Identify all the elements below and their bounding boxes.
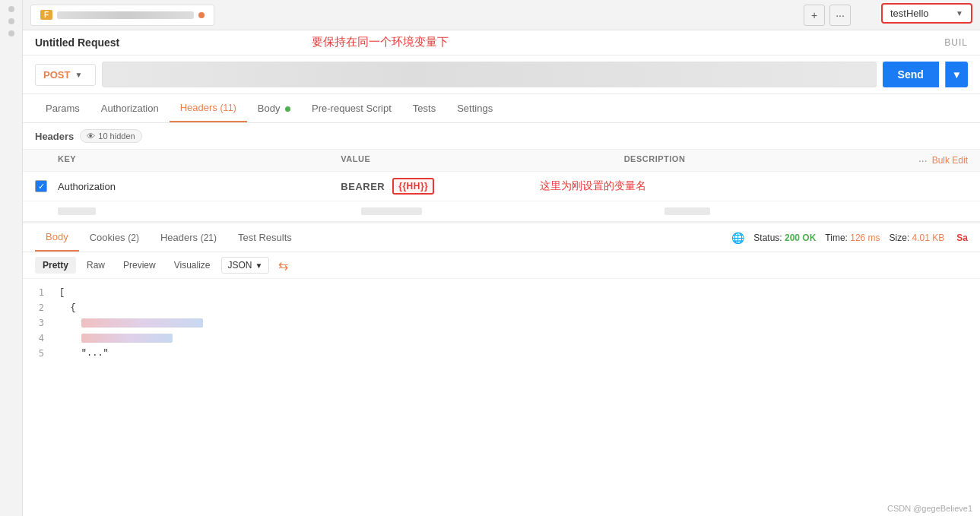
tab-headers[interactable]: Headers (11) bbox=[170, 94, 247, 122]
col-actions-header: ··· Bulk Edit bbox=[907, 154, 968, 166]
tab-unsaved-dot bbox=[198, 12, 205, 18]
build-label: BUIL bbox=[944, 37, 968, 48]
add-tab-button[interactable]: + bbox=[804, 5, 825, 26]
env-name: testHello bbox=[890, 8, 929, 19]
size-label: Size: 4.01 KB bbox=[890, 233, 945, 243]
hidden-headers-badge[interactable]: 👁 10 hidden bbox=[80, 129, 141, 143]
send-button[interactable]: Send bbox=[883, 62, 939, 87]
request-tab[interactable]: F bbox=[30, 5, 214, 26]
code-line-3 bbox=[59, 315, 974, 331]
variable-token: {{hh}} bbox=[392, 178, 434, 195]
col-key-cell: Authorization bbox=[58, 181, 341, 192]
resp-tab-headers[interactable]: Headers (21) bbox=[150, 224, 227, 251]
format-preview-btn[interactable]: Preview bbox=[116, 257, 163, 274]
headers-badge: (11) bbox=[220, 103, 236, 113]
table-header-row: KEY VALUE DESCRIPTION ··· Bulk Edit bbox=[23, 150, 980, 172]
format-raw-btn[interactable]: Raw bbox=[79, 257, 113, 274]
resp-tab-body[interactable]: Body bbox=[35, 223, 79, 252]
col-value-header: VALUE bbox=[341, 154, 623, 166]
tab-settings[interactable]: Settings bbox=[446, 95, 503, 122]
annotation-variable: 这里为刚设置的变量名 bbox=[540, 179, 646, 193]
sidebar-strip bbox=[0, 0, 23, 367]
hidden-count: 10 hidden bbox=[98, 131, 135, 141]
code-content: [ { "..." bbox=[53, 285, 980, 361]
bulk-edit-link[interactable]: Bulk Edit bbox=[932, 155, 968, 166]
method-dropdown[interactable]: POST ▼ bbox=[35, 64, 96, 86]
col-desc-2 bbox=[664, 207, 968, 215]
three-dots-icon[interactable]: ··· bbox=[918, 154, 928, 166]
sidebar-dot-2 bbox=[8, 18, 14, 24]
cookies-badge: (2) bbox=[128, 233, 139, 243]
response-bar: Body Cookies (2) Headers (21) Test Resul… bbox=[23, 222, 980, 252]
headers-section-bar: Headers 👁 10 hidden bbox=[23, 123, 980, 150]
format-visualize-btn[interactable]: Visualize bbox=[167, 257, 218, 274]
chevron-down-icon: ▼ bbox=[956, 9, 963, 17]
chevron-down-icon: ▼ bbox=[75, 71, 82, 79]
method-badge: F bbox=[40, 10, 52, 20]
request-title: Untitled Request bbox=[35, 36, 119, 49]
tab-body[interactable]: Body bbox=[247, 95, 301, 122]
format-type-label: JSON bbox=[228, 260, 252, 271]
environment-selector[interactable]: testHello ▼ bbox=[881, 3, 972, 24]
url-bar: POST ▼ Send ▼ bbox=[23, 55, 980, 94]
more-options-button[interactable]: ··· bbox=[829, 5, 851, 26]
send-dropdown-button[interactable]: ▼ bbox=[945, 62, 968, 87]
code-line-1: [ bbox=[59, 285, 974, 300]
line-num-5: 5 bbox=[32, 346, 44, 361]
col-check-cell: ✓ bbox=[35, 180, 58, 192]
code-blurred-3 bbox=[81, 318, 203, 328]
line-num-3: 3 bbox=[32, 315, 44, 331]
row-checkbox[interactable]: ✓ bbox=[35, 180, 47, 192]
tab-authorization[interactable]: Authorization bbox=[90, 95, 170, 122]
code-area: 1 2 3 4 5 [ { "..." bbox=[23, 279, 980, 367]
main-content: F + ··· testHello ▼ 要保持在同一个环境变量下 Untitle… bbox=[23, 0, 980, 367]
col-check-header bbox=[35, 154, 58, 166]
wrap-lines-icon[interactable]: ⇆ bbox=[278, 258, 288, 273]
format-bar: Pretty Raw Preview Visualize JSON ▼ ⇆ bbox=[23, 252, 980, 279]
code-blurred-4 bbox=[81, 334, 173, 343]
col-key-2 bbox=[58, 207, 361, 215]
resp-headers-badge: (21) bbox=[201, 233, 217, 243]
line-num-4: 4 bbox=[32, 331, 44, 346]
time-label: Time: 126 ms bbox=[825, 233, 880, 243]
section-headers-title: Headers bbox=[35, 131, 74, 142]
tab-params[interactable]: Params bbox=[35, 95, 90, 122]
status-label: Status: 200 OK bbox=[753, 233, 816, 243]
chevron-down-icon: ▼ bbox=[255, 261, 263, 270]
sidebar-dot-1 bbox=[8, 6, 14, 12]
eye-icon: 👁 bbox=[87, 131, 95, 141]
body-active-dot bbox=[285, 106, 290, 112]
line-num-2: 2 bbox=[32, 300, 44, 315]
format-type-dropdown[interactable]: JSON ▼ bbox=[221, 257, 270, 274]
resp-tab-cookies[interactable]: Cookies (2) bbox=[79, 224, 150, 251]
method-label: POST bbox=[43, 69, 70, 81]
code-line-5: "..." bbox=[59, 346, 974, 361]
request-tabs-bar: Params Authorization Headers (11) Body P… bbox=[23, 94, 980, 123]
code-line-4 bbox=[59, 331, 974, 346]
top-bar-actions: + ··· bbox=[804, 5, 851, 26]
response-status-bar: 🌐 Status: 200 OK Time: 126 ms Size: 4.01… bbox=[731, 232, 968, 244]
code-line-2: { bbox=[59, 300, 974, 315]
line-num-1: 1 bbox=[32, 285, 44, 300]
sidebar-dot-3 bbox=[8, 30, 14, 36]
table-row-2 bbox=[23, 201, 980, 222]
format-pretty-btn[interactable]: Pretty bbox=[35, 257, 76, 274]
request-title-bar: Untitled Request BUIL bbox=[23, 30, 980, 55]
tab-prerequest[interactable]: Pre-request Script bbox=[301, 95, 402, 122]
value-prefix: Bearer bbox=[341, 181, 385, 192]
top-bar: F + ··· testHello ▼ 要保持在同一个环境变量下 bbox=[23, 0, 980, 30]
globe-icon: 🌐 bbox=[731, 232, 744, 244]
col-desc-header: DESCRIPTION bbox=[624, 154, 907, 166]
col-value-2 bbox=[361, 207, 664, 215]
save-response-button[interactable]: Sa bbox=[956, 233, 968, 243]
tab-tests[interactable]: Tests bbox=[402, 95, 446, 122]
tab-url-blurred bbox=[57, 11, 194, 19]
key-value: Authorization bbox=[58, 181, 116, 192]
col-key-header: KEY bbox=[58, 154, 341, 166]
table-row: ✓ Authorization Bearer {{hh}} 这里为刚设置的变量名 bbox=[23, 172, 980, 201]
line-numbers: 1 2 3 4 5 bbox=[23, 285, 53, 361]
resp-tab-test-results[interactable]: Test Results bbox=[227, 224, 303, 251]
url-input-blurred[interactable] bbox=[102, 62, 877, 87]
